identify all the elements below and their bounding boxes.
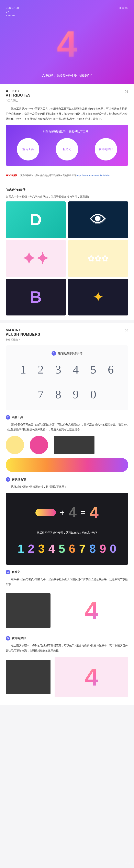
equation-pill <box>35 509 56 516</box>
references-desc: 先看几个参考案例（作品均来自网络，仅用于案例参考与学习，无商用） <box>6 194 128 199</box>
step3-result-card: + 4 = 4 然后用同样的操作步骤，就可以出来其他的几个数字 12345 67… <box>6 493 128 565</box>
swatch-pink <box>30 436 48 454</box>
date-label: 2019.03 <box>119 6 128 18</box>
ref-image-5: B <box>6 279 66 315</box>
ref-image-2: 👁 <box>68 202 128 238</box>
section2-en-2: PLUSH NUMBERS <box>6 332 40 337</box>
number-outlines: 12345 67890 <box>12 360 122 405</box>
section-en-title-1: AI TOOL <box>6 89 31 93</box>
section2-number: 02 <box>125 328 128 334</box>
plus-icon: + <box>60 506 65 520</box>
swatch-yellow <box>6 436 24 454</box>
step-badge-3: 3 <box>6 477 10 482</box>
step-badge-5: 5 <box>6 636 10 641</box>
equals-icon: = <box>81 506 85 520</box>
equation-outline-4: 4 <box>69 500 76 525</box>
ref-image-3: ✦✦ <box>6 240 66 277</box>
notice-text: 更多AI教程讨论及AI作品提交请到飞特网AI实例教程栏目 <box>20 174 76 177</box>
step-badge-1: 1 <box>52 351 56 355</box>
notice-label: FEVTE编注： <box>6 174 20 177</box>
tool-circle-roughen: 粗糙化 <box>56 138 78 160</box>
tool-circle-pucker: 收缩与膨胀 <box>95 138 117 160</box>
section2-en-1: MAKING <box>6 328 40 333</box>
section-en-title-2: ATTRIBUTES <box>6 93 31 98</box>
references-title: 毛绒绒作品参考 <box>6 187 128 192</box>
step4-para: 在效果>扭曲与变换>粗糙化中，里面的参数根据具体情况进行调节自己满意的效果，这是… <box>6 577 128 587</box>
step5-title: 收缩与膨胀 <box>12 636 26 641</box>
hero-banner: DESIGNER BY HAIYAN 2019.03 4 AI教程，5步制作可爱… <box>0 0 134 84</box>
section-01: AI TOOL ATTRIBUTES 01 AI工具属性 混合工具是AI中一种重… <box>0 84 134 170</box>
step4-title: 粗糙化 <box>12 570 20 575</box>
blend-options-panel <box>54 436 95 454</box>
step2-title: 混合工具 <box>12 415 23 420</box>
intro-paragraph: 混合工具是AI中一种重要的工具，使用混合工具可以实现颜色及形状的渐变效果，可以创… <box>6 106 128 121</box>
step1-card: 1钢笔绘制路径字符 12345 67890 <box>6 345 128 410</box>
tools-card: 制作毛绒绒的数字，需要AI以下工具： 混合工具 粗糙化 收缩与膨胀 飞特网 <box>6 125 128 166</box>
designer-credit: DESIGNER BY HAIYAN <box>6 6 19 18</box>
tools-card-title: 制作毛绒绒的数字，需要AI以下工具： <box>10 129 124 134</box>
references-section: 毛绒绒作品参考 先看几个参考案例（作品均来自网络，仅用于案例参考与学习，无商用）… <box>0 180 134 320</box>
notice-link[interactable]: https://www.fevte.com/plan/ai/aisl/ <box>76 174 110 177</box>
step2-para: 画2个颜色不同的圆（如果想颜色丰富，可以多做几种颜色），选择混合模式中的指定步数… <box>6 422 128 432</box>
step3-para: 执行对象>混合>替换混合轴，将得到如下效果： <box>6 484 128 489</box>
ref-image-6: ✦ <box>68 279 128 315</box>
equation-result-4: 4 <box>90 499 99 526</box>
roughen-result: 4 <box>55 590 128 631</box>
gradient-bar <box>6 458 128 472</box>
section2-cn: 制作毛绒数字 <box>6 338 128 342</box>
editor-notice: FEVTE编注： 更多AI教程讨论及AI作品提交请到飞特网AI实例教程栏目 ht… <box>0 170 134 180</box>
pucker-panel <box>6 660 51 694</box>
section-number: 01 <box>125 89 128 94</box>
step5-para: 在上面的步骤中，得到的毛绒绒不是很漂亮，可以效果>扭曲与变换>收缩与膨胀中，调节… <box>6 643 128 653</box>
roughen-panel <box>6 593 51 628</box>
step1-title: 钢笔绘制路径字符 <box>58 351 82 356</box>
step3-note: 然后用同样的操作步骤，就可以出来其他的几个数字 <box>12 530 122 535</box>
fuzzy-numbers-grid: 12345 67890 <box>12 539 122 559</box>
tool-circle-blend: 混合工具 <box>17 138 39 160</box>
pucker-result: 4 <box>55 657 128 698</box>
section-cn-title: AI工具属性 <box>6 99 128 103</box>
hero-illustration: 4 <box>6 18 128 70</box>
step-badge-4: 4 <box>6 570 10 574</box>
step3-title: 替换混合轴 <box>12 477 26 482</box>
step-badge-2: 2 <box>6 415 10 420</box>
section-02: MAKING PLUSH NUMBERS 02 制作毛绒数字 1钢笔绘制路径字符… <box>0 323 134 705</box>
ref-image-4: ✿✿✿ <box>68 240 128 277</box>
ref-image-1: D <box>6 202 66 238</box>
